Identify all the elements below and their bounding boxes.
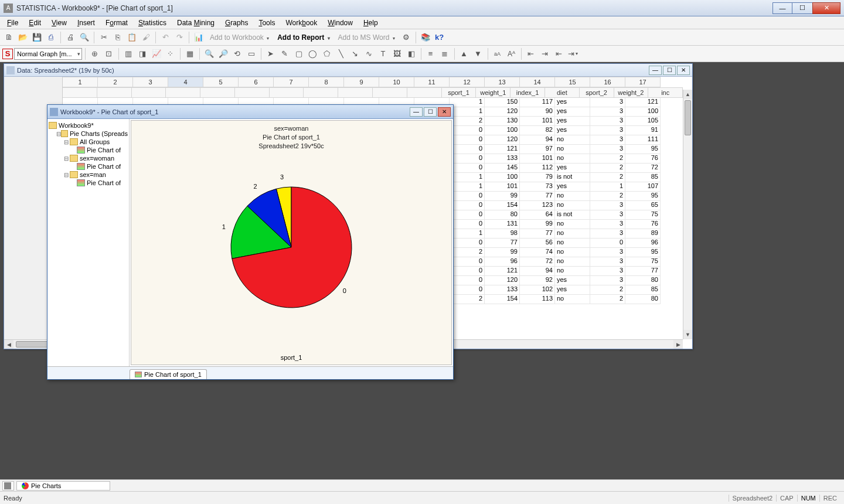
col-name-header[interactable]: diet — [545, 87, 580, 98]
task-app-button[interactable] — [2, 481, 14, 491]
cell[interactable]: 95 — [625, 145, 661, 154]
cell[interactable]: 150 — [485, 98, 520, 107]
col-name-header[interactable]: index_1 — [511, 87, 545, 98]
tab-pie-chart[interactable]: Pie Chart of sport_1 — [130, 369, 207, 379]
print-icon[interactable]: 🖨 — [64, 31, 77, 44]
cell[interactable]: no — [555, 145, 590, 154]
cell[interactable]: 89 — [625, 229, 661, 239]
cell[interactable]: 99 — [485, 192, 520, 201]
brush-tool-icon[interactable]: ✎ — [278, 47, 291, 60]
new-icon[interactable]: 🗎 — [2, 31, 15, 44]
cell[interactable]: 80 — [625, 276, 661, 285]
menu-data-mining[interactable]: Data Mining — [172, 18, 219, 28]
cell[interactable]: no — [555, 135, 590, 145]
oval-tool-icon[interactable]: ◯ — [307, 47, 319, 60]
col-name-header[interactable] — [407, 87, 442, 98]
cell[interactable]: 112 — [520, 164, 555, 173]
cell[interactable]: 0 — [450, 285, 485, 295]
cell[interactable]: 3 — [590, 248, 625, 257]
cell[interactable]: 117 — [520, 98, 555, 107]
tree-chart-all[interactable]: Pie Chart of — [49, 146, 128, 154]
help-icon[interactable]: k? — [433, 31, 446, 44]
col-name-header[interactable] — [166, 87, 200, 98]
window-close-button[interactable]: ✕ — [812, 2, 840, 14]
font-smaller-icon[interactable]: aA — [491, 47, 504, 60]
zoom-in-icon[interactable]: 🔍 — [203, 47, 216, 60]
cell[interactable]: 101 — [520, 117, 555, 126]
tree-group[interactable]: ⊟Pie Charts (Spreads — [49, 130, 128, 138]
cell[interactable]: yes — [555, 98, 590, 107]
cell[interactable]: 91 — [625, 126, 661, 135]
col-num-header[interactable]: 2 — [98, 77, 133, 87]
cell[interactable]: 100 — [485, 126, 520, 135]
col-name-header[interactable]: inc — [648, 87, 683, 98]
copy-icon[interactable]: ⎘ — [111, 31, 124, 44]
cell[interactable]: 120 — [485, 276, 520, 285]
col-num-header[interactable]: 5 — [203, 77, 239, 87]
cell[interactable]: 131 — [485, 220, 520, 229]
cell[interactable]: 95 — [625, 192, 661, 201]
tree-chart-woman[interactable]: Pie Chart of — [49, 162, 128, 171]
chart-canvas[interactable]: sex=woman Pie Chart of sport_1 Spreadshe… — [131, 120, 452, 365]
cell[interactable]: 1 — [450, 107, 485, 117]
cell[interactable]: 0 — [450, 154, 485, 164]
cell[interactable]: 3 — [590, 135, 625, 145]
cell[interactable]: yes — [555, 285, 590, 295]
cell[interactable]: yes — [555, 182, 590, 192]
cell[interactable]: 133 — [485, 154, 520, 164]
format-painter-icon[interactable]: 🖌 — [139, 31, 152, 44]
open-icon[interactable]: 📂 — [16, 31, 29, 44]
cut-icon[interactable]: ✂ — [97, 31, 110, 44]
cell[interactable]: 2 — [590, 285, 625, 295]
menu-help[interactable]: Help — [359, 18, 383, 28]
wb-close-button[interactable]: ✕ — [438, 107, 451, 117]
menu-statistics[interactable]: Statistics — [134, 18, 171, 28]
col-num-header[interactable]: 11 — [414, 77, 450, 87]
task-pie-charts[interactable]: Pie Charts — [16, 481, 110, 491]
cell[interactable]: 99 — [485, 248, 520, 257]
col-num-header[interactable]: 14 — [520, 77, 555, 87]
cell[interactable]: 3 — [590, 220, 625, 229]
add-to-word-button[interactable]: Add to MS Word ▾ — [335, 32, 399, 43]
rect-tool-icon[interactable]: ▢ — [292, 47, 305, 60]
cell[interactable]: 76 — [625, 154, 661, 164]
cell[interactable]: 1 — [450, 229, 485, 239]
cell[interactable]: 0 — [450, 257, 485, 267]
scroll-up-icon[interactable]: ▲ — [683, 90, 692, 99]
cell[interactable]: 0 — [450, 126, 485, 135]
cell[interactable]: yes — [555, 164, 590, 173]
cell[interactable]: 77 — [520, 192, 555, 201]
arrow-tool-icon[interactable]: ↘ — [349, 47, 362, 60]
cell[interactable]: 1 — [450, 173, 485, 182]
zoom-100-icon[interactable]: ⟲ — [231, 47, 244, 60]
menu-graphs[interactable]: Graphs — [220, 18, 253, 28]
cell[interactable]: 77 — [520, 229, 555, 239]
cell[interactable]: 2 — [450, 117, 485, 126]
col-num-header[interactable]: 15 — [555, 77, 590, 87]
cell[interactable]: 2 — [590, 164, 625, 173]
cell[interactable]: 3 — [590, 201, 625, 210]
col-num-header[interactable]: 13 — [485, 77, 520, 87]
cell[interactable]: 111 — [625, 135, 661, 145]
cell[interactable]: 77 — [625, 267, 661, 276]
cell[interactable]: 101 — [520, 154, 555, 164]
menu-insert[interactable]: Insert — [73, 18, 100, 28]
scroll-left-icon[interactable]: ◀ — [4, 340, 13, 349]
cell[interactable]: 130 — [485, 117, 520, 126]
zoom-page-icon[interactable]: ▭ — [245, 47, 258, 60]
window-minimize-button[interactable]: — — [772, 2, 792, 14]
line-tool-icon[interactable]: ╲ — [335, 47, 348, 60]
paste-icon[interactable]: 📋 — [125, 31, 138, 44]
cell[interactable]: 3 — [590, 257, 625, 267]
col-num-header[interactable]: 6 — [239, 77, 274, 87]
cell[interactable]: 98 — [485, 229, 520, 239]
cell[interactable]: 3 — [590, 107, 625, 117]
col-name-header[interactable] — [304, 87, 338, 98]
cell[interactable]: 113 — [520, 295, 555, 304]
tree-sex-woman[interactable]: ⊟sex=woman — [49, 154, 128, 162]
cell[interactable]: 3 — [590, 267, 625, 276]
workbook-tree[interactable]: Workbook9* ⊟Pie Charts (Spreads ⊟All Gro… — [47, 119, 130, 366]
cell[interactable]: 2 — [590, 173, 625, 182]
books-icon[interactable]: 📚 — [419, 31, 432, 44]
cell[interactable]: 76 — [625, 220, 661, 229]
